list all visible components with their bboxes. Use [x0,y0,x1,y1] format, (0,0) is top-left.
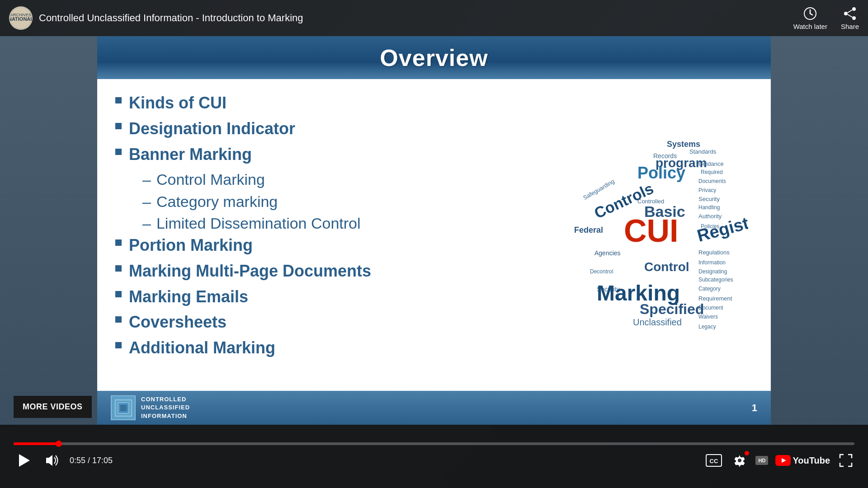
svg-text:Unclassified: Unclassified [633,317,682,327]
svg-text:CC: CC [710,458,718,465]
svg-text:Documents: Documents [698,178,726,184]
share-label: Share [841,23,859,30]
svg-text:CUI: CUI [624,213,679,249]
bullet-text: Marking Emails [129,286,248,308]
slide-body: Kinds of CUI Designation Indicator Banne… [97,79,771,391]
list-item: Marking Multi-Page Documents [115,261,554,282]
word-cloud-container: Systems Records Standards program Guidan… [563,93,753,377]
cc-button[interactable]: CC [704,452,724,469]
footer-logo: CONTROLLED UNCLASSIFIED INFORMATION [111,395,190,420]
svg-text:Decontrol: Decontrol [590,268,613,275]
play-button[interactable] [14,450,33,470]
volume-button[interactable] [42,451,61,469]
svg-text:Policy: Policy [637,164,685,182]
bullet-square [115,149,122,155]
bullet-square [115,316,122,323]
svg-text:Category: Category [698,286,721,292]
sub-bullet-text: Control Marking [156,169,265,189]
svg-text:Control: Control [644,260,689,274]
list-item: Portion Marking [115,235,554,256]
list-item: Kinds of CUI [115,93,554,114]
hd-badge: HD [755,456,768,465]
sub-bullet-dash: – [142,213,151,233]
more-videos-button[interactable]: MORE VIDEOS [14,396,92,418]
watch-later-label: Watch later [793,23,827,30]
controls-row: 0:55 / 17:05 CC [14,450,854,470]
word-cloud: Systems Records Standards program Guidan… [567,133,748,337]
cui-logo-icon [111,395,136,420]
bullet-text: Designation Indicator [129,118,295,140]
svg-text:Legacy: Legacy [698,324,716,330]
channel-logo: NATIONAL ARCHIVES [9,6,33,30]
svg-text:ARCHIVES: ARCHIVES [10,13,31,17]
slide-title: Overview [380,44,488,71]
sub-bullet-text: Limited Dissemination Control [156,213,361,233]
svg-line-10 [848,14,852,17]
sub-bullet-dash: – [142,192,151,211]
list-item: – Category marking [115,192,554,211]
svg-text:Privacy: Privacy [698,187,716,193]
right-panel [771,36,868,425]
bullet-text: Portion Marking [129,235,253,256]
progress-bar[interactable] [14,442,854,445]
slide-header: Overview [97,36,771,79]
svg-text:Specified: Specified [640,301,704,317]
svg-text:Subcategories: Subcategories [698,277,733,283]
sub-bullet-text: Category marking [156,192,278,211]
video-controls: 0:55 / 17:05 CC [0,425,868,488]
controls-right: CC HD [704,452,854,469]
settings-notification [745,451,749,455]
watch-later-button[interactable]: Watch later [793,6,827,30]
svg-text:Designating: Designating [698,268,727,275]
list-item: Coversheets [115,312,554,333]
sub-bullet-dash: – [142,169,151,189]
list-item: Marking Emails [115,286,554,308]
slide-number: 1 [752,402,757,414]
youtube-logo: YouTube [775,455,830,466]
settings-container [731,452,748,469]
bullet-square [115,97,122,103]
svg-point-8 [852,16,856,20]
svg-text:Information: Information [698,259,726,266]
time-display: 0:55 / 17:05 [70,456,113,465]
share-button[interactable]: Share [841,6,859,30]
progress-dot [56,441,62,447]
bullet-text: Banner Marking [129,144,252,165]
bullet-text: Marking Multi-Page Documents [129,261,371,282]
bullet-text: Coversheets [129,312,226,333]
bullet-square [115,239,122,246]
svg-text:Guidance: Guidance [698,160,724,167]
svg-text:Handling: Handling [698,204,720,211]
video-title: Controlled Unclassified Information - In… [39,12,303,24]
list-item: Designation Indicator [115,118,554,140]
svg-point-6 [852,7,856,11]
list-item: – Control Marking [115,169,554,189]
list-item: Additional Marking [115,338,554,359]
fullscreen-button[interactable] [837,452,854,469]
svg-line-9 [848,10,852,13]
svg-marker-50 [19,454,30,467]
bullet-text: Kinds of CUI [129,93,226,114]
svg-marker-51 [46,455,52,466]
top-bar: NATIONAL ARCHIVES Controlled Unclassifie… [0,0,868,36]
bullet-text: Additional Marking [129,338,275,359]
footer-logo-text: CONTROLLED UNCLASSIFIED INFORMATION [141,395,190,420]
youtube-icon [775,455,791,466]
top-bar-right: Watch later Share [793,6,859,30]
page-wrapper: NATIONAL ARCHIVES Controlled Unclassifie… [0,0,868,488]
bullet-square [115,265,122,272]
svg-text:Systems: Systems [667,140,700,149]
left-panel [0,36,97,425]
controls-left: 0:55 / 17:05 [14,450,113,470]
svg-text:Required: Required [701,169,723,175]
slide-content-left: Kinds of CUI Designation Indicator Banne… [115,93,563,377]
bullet-square [115,291,122,297]
svg-line-5 [810,14,812,15]
youtube-text: YouTube [793,455,830,466]
video-slide: Overview Kinds of CUI Designation Indica… [97,36,771,425]
svg-text:Authority: Authority [698,213,722,220]
svg-text:Agencies: Agencies [594,249,621,257]
list-item: Banner Marking [115,144,554,165]
bullet-square [115,123,122,129]
list-item: – Limited Dissemination Control [115,213,554,233]
